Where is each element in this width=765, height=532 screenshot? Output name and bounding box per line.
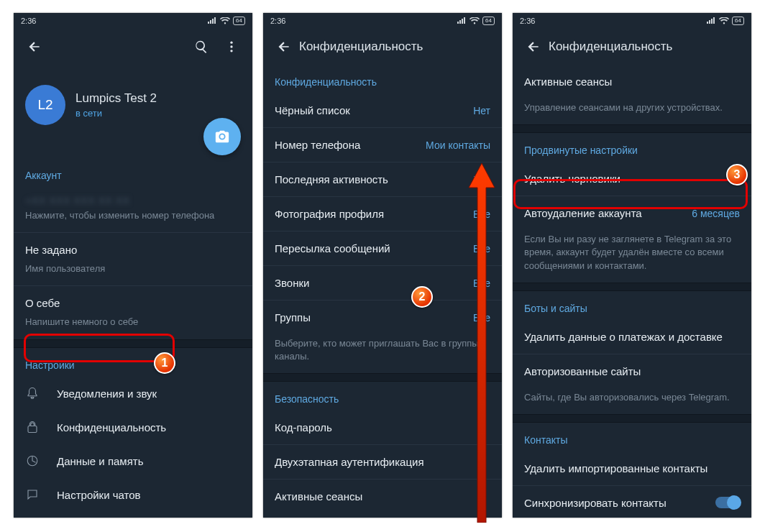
row-label: Фотография профиля [275, 208, 384, 220]
username-hint: Имя пользователя [14, 260, 252, 285]
row-calls[interactable]: ЗвонкиВсе [263, 266, 502, 300]
row-value: Мои контакты [426, 139, 490, 151]
row-label: Удалить черновики [524, 173, 620, 185]
row-sync-contacts[interactable]: Синхронизировать контакты [513, 486, 751, 518]
row-value: Все [473, 174, 490, 185]
svg-point-2 [230, 50, 232, 52]
signal-icon [457, 17, 467, 24]
header [14, 29, 252, 65]
menu-dots-icon[interactable] [216, 32, 247, 62]
row-label: Синхронизировать контакты [524, 497, 666, 509]
profile-name: Lumpics Test 2 [75, 91, 157, 106]
sessions-hint: Управление сеансами на других устройства… [263, 513, 502, 518]
sessions-hint: Управление сеансами на других устройства… [513, 98, 751, 124]
avatar[interactable]: L2 [25, 85, 65, 125]
screen-3-privacy-advanced: 2:36 64 Конфиденциальность Активные сеан… [513, 13, 751, 518]
battery-indicator: 64 [732, 17, 744, 25]
row-forward[interactable]: Пересылка сообщенийВсе [263, 231, 502, 265]
security-section-header: Безопасность [263, 382, 502, 411]
screen-2-privacy: 2:36 64 Конфиденциальность Конфиденциаль… [263, 13, 502, 518]
row-photo[interactable]: Фотография профиляВсе [263, 197, 502, 231]
row-value: Все [473, 208, 490, 220]
row-label: Активные сеансы [275, 490, 362, 503]
row-lastseen[interactable]: Последняя активностьВсе [263, 162, 502, 196]
wifi-icon [719, 17, 729, 24]
status-bar: 2:36 64 [263, 13, 502, 29]
bio-value: О себе [25, 297, 60, 309]
back-icon[interactable] [518, 32, 549, 62]
svg-point-0 [230, 42, 232, 44]
row-label: Пересылка сообщений [275, 242, 390, 254]
privacy-hint: Выберите, кто может приглашать Вас в гру… [263, 334, 502, 373]
row-value: 6 месяцев [692, 208, 740, 219]
status-bar: 2:36 64 [14, 13, 252, 29]
settings-section-header: Настройки [14, 348, 252, 377]
status-time: 2:36 [270, 17, 285, 25]
status-time: 2:36 [21, 17, 36, 25]
row-delete-drafts[interactable]: Удалить черновики [513, 162, 751, 196]
page-title: Конфиденциальность [549, 40, 746, 54]
search-icon[interactable] [186, 32, 216, 62]
status-time: 2:36 [520, 17, 535, 25]
change-photo-button[interactable] [203, 118, 241, 155]
privacy-section-header: Конфиденциальность [263, 65, 502, 93]
row-phone[interactable]: Номер телефонаМои контакты [263, 128, 502, 162]
row-label: Номер телефона [275, 139, 360, 151]
page-title: Конфиденциальность [299, 40, 496, 54]
row-blacklist[interactable]: Чёрный списокНет [263, 93, 502, 127]
row-label: Удалить импортированные контакты [524, 462, 707, 474]
contacts-section-header: Контакты [513, 423, 751, 451]
chat-icon [25, 488, 40, 501]
signal-icon [706, 17, 716, 24]
phone-hint: Нажмите, чтобы изменить номер телефона [14, 206, 252, 232]
phone-number-value[interactable]: +XX XXX XXX XX XX [14, 187, 252, 206]
back-icon[interactable] [269, 32, 299, 62]
row-label: Удалить данные о платежах и доставке [524, 331, 723, 343]
profile-status: в сети [75, 108, 157, 119]
row-groups[interactable]: ГруппыВсе [263, 301, 502, 334]
wifi-icon [220, 17, 230, 24]
row-label: Звонки [275, 277, 309, 289]
profile-header: L2 Lumpics Test 2 в сети [14, 65, 252, 137]
row-passcode[interactable]: Код-пароль [263, 411, 502, 444]
screen-1-settings: 2:36 64 [14, 13, 252, 518]
settings-item-label: Настройки чатов [57, 489, 141, 501]
row-autodelete[interactable]: Автоудаление аккаунта 6 месяцев [513, 196, 751, 230]
username-value: Не задано [25, 244, 77, 256]
settings-item-notifications[interactable]: Уведомления и звук [14, 377, 252, 411]
row-label: Группы [275, 311, 311, 324]
bots-section-header: Боты и сайты [513, 291, 751, 320]
row-label: Активные сеансы [524, 75, 612, 88]
battery-indicator: 64 [482, 17, 495, 25]
row-auth-sites[interactable]: Авторизованные сайты [513, 354, 751, 388]
row-value: Все [473, 243, 490, 254]
advanced-section-header: Продвинутые настройки [513, 133, 751, 162]
row-value: Нет [473, 105, 490, 116]
row-label: Авторизованные сайты [524, 365, 641, 377]
row-payments[interactable]: Удалить данные о платежах и доставке [513, 320, 751, 354]
row-value: Все [473, 312, 490, 324]
row-label: Чёрный список [275, 104, 350, 116]
row-label: Последняя активность [275, 173, 388, 185]
row-label: Автоудаление аккаунта [524, 207, 642, 219]
header: Конфиденциальность [263, 29, 502, 65]
toggle-sync-contacts[interactable] [715, 497, 740, 508]
settings-item-folders[interactable]: Папки [14, 512, 252, 518]
back-icon[interactable] [19, 32, 50, 62]
wifi-icon [469, 17, 480, 24]
settings-item-data[interactable]: Данные и память [14, 444, 252, 478]
row-sessions[interactable]: Активные сеансы [263, 480, 502, 513]
settings-item-chat[interactable]: Настройки чатов [14, 478, 252, 512]
header: Конфиденциальность [513, 29, 751, 65]
sites-hint: Сайты, где Вы авторизовались через Teleg… [513, 388, 751, 414]
account-section-header: Аккаунт [14, 158, 252, 187]
settings-item-privacy[interactable]: Конфиденциальность [14, 411, 252, 444]
row-sessions[interactable]: Активные сеансы [513, 65, 751, 98]
battery-indicator: 64 [233, 17, 245, 25]
row-label: Двухэтапная аутентификация [275, 456, 424, 468]
row-delete-contacts[interactable]: Удалить импортированные контакты [513, 451, 751, 485]
settings-item-label: Конфиденциальность [57, 421, 166, 434]
row-value: Все [473, 278, 490, 289]
svg-point-1 [230, 45, 232, 47]
row-2fa[interactable]: Двухэтапная аутентификация [263, 445, 502, 479]
